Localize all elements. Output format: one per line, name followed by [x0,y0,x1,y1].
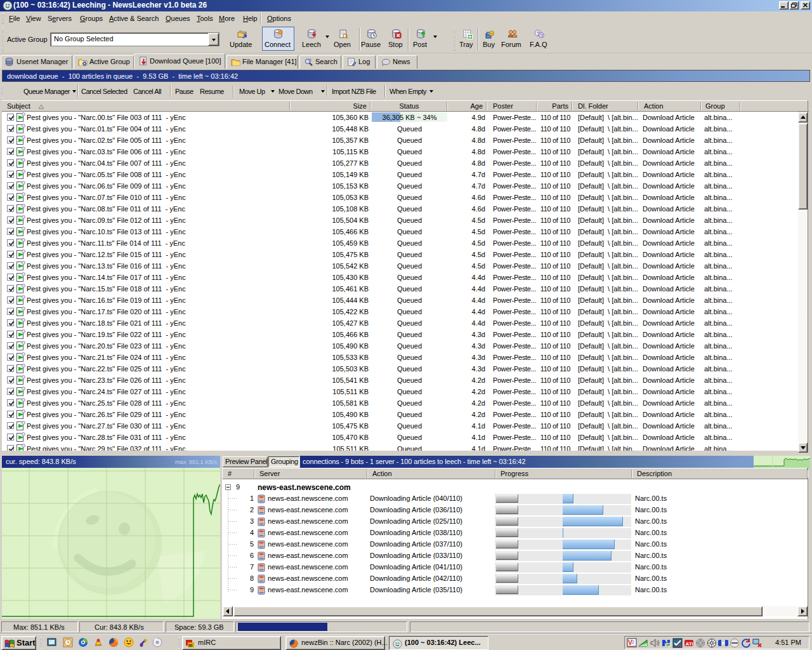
svg-text:2: 2 [632,640,634,644]
svg-text:ATi: ATi [686,641,693,647]
svg-text:?: ? [540,34,543,38]
svg-text:m: m [188,643,192,647]
